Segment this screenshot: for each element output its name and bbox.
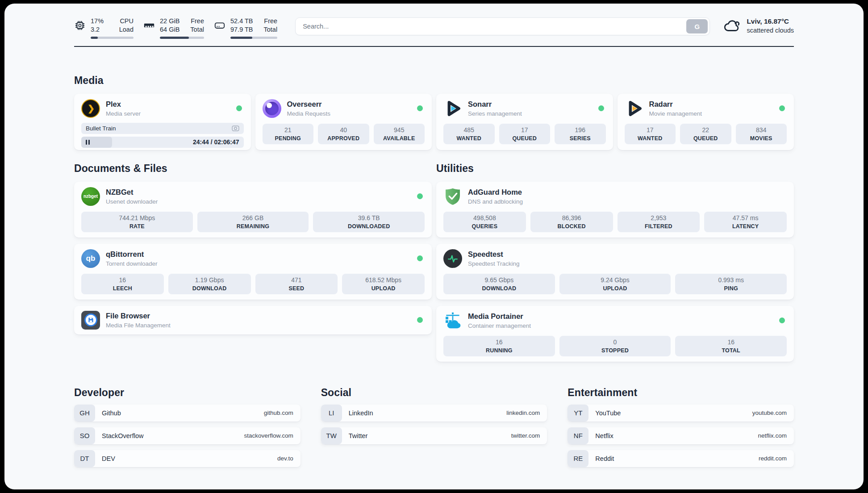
status-online-dot [779,105,785,111]
seek-bar[interactable]: 24:44 / 02:06:47 [81,137,244,148]
overseerr-icon [263,99,281,118]
app-name: Radarr [649,100,702,109]
ram-free-value: 22 GiB [160,17,179,25]
app-card-speedtest[interactable]: Speedtest Speedtest Tracking 9.65 Gbps D… [436,244,794,300]
disk-total-label: Total [264,25,278,34]
ram-stat-widget: 22 GiB 64 GiB Free Total [143,17,204,39]
ram-progress-bar [160,37,204,39]
app-name: qBittorrent [106,250,158,259]
bookmark-stackoverflow[interactable]: SO StackOverflow stackoverflow.com [74,427,300,444]
cloud-icon [723,18,741,33]
bookmark-dev[interactable]: DT DEV dev.to [74,450,300,467]
app-card-sonarr[interactable]: Sonarr Series management 485 WANTED 17 Q… [436,94,613,150]
app-name: Overseerr [287,100,331,109]
bookmark-reddit[interactable]: RE Reddit reddit.com [568,450,794,467]
app-card-adguard[interactable]: AdGuard Home DNS and adblocking 498,508 … [436,182,794,238]
stat-box-rate: 744.21 Mbps RATE [81,212,193,232]
weather-location: Lviv, 16.87°C [747,17,794,26]
stat-box-wanted: 485 WANTED [443,124,495,144]
bookmark-name: Reddit [595,455,614,462]
weather-condition: scattered clouds [747,26,794,35]
bookmark-name: LinkedIn [349,409,373,417]
bookmark-url: reddit.com [759,455,787,462]
dashboard-page: 17% 3.2 CPU Load [4,4,864,489]
stat-box-running: 16 RUNNING [443,336,555,356]
utilities-column: Utilities [436,163,794,362]
cpu-load-label: Load [119,25,134,34]
cpu-load-value: 3.2 [91,25,104,34]
disk-free-label: Free [264,17,278,25]
social-column: Social LI LinkedIn linkedin.com TW Twitt… [321,387,547,467]
status-online-dot [236,105,242,111]
bookmark-twitter[interactable]: TW Twitter twitter.com [321,427,547,444]
app-description: Container management [468,322,531,329]
section-title-social: Social [321,387,547,399]
section-title-utilities: Utilities [436,163,794,175]
search-bar[interactable]: G [295,17,710,35]
status-online-dot [417,105,423,111]
bookmark-abbr-badge: SO [74,427,95,444]
stat-box-available: 945 AVAILABLE [374,124,425,144]
section-title-developer: Developer [74,387,300,399]
weather-widget: Lviv, 16.87°C scattered clouds [723,17,794,35]
stat-box-series: 196 SERIES [555,124,606,144]
bookmark-abbr-badge: TW [321,427,342,444]
app-description: Media server [106,110,141,117]
app-card-radarr[interactable]: Radarr Movie management 17 WANTED 22 QUE… [618,94,794,150]
app-description: Speedtest Tracking [468,260,520,267]
app-card-plex[interactable]: ❯ Plex Media server Bullet Train [74,94,251,150]
bookmark-youtube[interactable]: YT YouTube youtube.com [568,405,794,422]
stat-box-wanted: 17 WANTED [625,124,676,144]
bookmark-url: github.com [264,409,293,416]
status-online-dot [598,105,604,111]
stat-box-filtered: 2,953 FILTERED [618,212,700,232]
app-card-portainer[interactable]: Media Portainer Container management 16 … [436,306,794,362]
app-card-qbittorrent[interactable]: qb qBittorrent Torrent downloader 16 LEE… [74,244,432,300]
developer-column: Developer GH Github github.com SO StackO… [74,387,300,467]
app-card-nzbget[interactable]: nzbget NZBGet Usenet downloader 744.21 M… [74,182,432,238]
search-input[interactable] [302,22,686,30]
app-card-overseerr[interactable]: Overseerr Media Requests 21 PENDING 40 A… [255,94,432,150]
ram-total-label: Total [190,25,204,34]
sonarr-icon [443,99,462,118]
stat-box-download: 9.65 Gbps DOWNLOAD [443,274,555,294]
stat-box-total: 16 TOTAL [675,336,787,356]
search-engine-button[interactable]: G [686,19,708,33]
ram-free-label: Free [190,17,204,25]
plex-icon: ❯ [81,99,100,118]
bookmark-abbr-badge: RE [568,450,588,467]
ram-total-value: 64 GiB [160,25,179,34]
app-description: Media File Management [106,322,171,329]
header: 17% 3.2 CPU Load [74,17,794,39]
app-name: Plex [106,100,141,109]
disk-icon [214,20,225,31]
app-card-filebrowser[interactable]: File Browser Media File Management [74,306,432,334]
bookmark-url: netflix.com [758,432,787,439]
speedtest-icon [443,249,462,268]
entertainment-column: Entertainment YT YouTube youtube.com NF … [568,387,794,467]
bookmark-abbr-badge: LI [321,405,342,422]
stat-box-queued: 17 QUEUED [499,124,551,144]
adguard-icon [443,187,462,206]
app-name: NZBGet [106,188,158,197]
stat-box-ping: 0.993 ms PING [675,274,787,294]
bookmark-netflix[interactable]: NF Netflix netflix.com [568,427,794,444]
bookmark-name: Netflix [595,432,613,439]
status-online-dot [417,255,423,261]
bookmark-abbr-badge: DT [74,450,95,467]
stat-box-upload: 618.52 Mbps UPLOAD [342,274,425,294]
stat-box-leech: 16 LEECH [81,274,164,294]
app-description: DNS and adblocking [468,198,523,205]
cpu-progress-bar [91,37,134,39]
status-online-dot [417,193,423,199]
stat-box-remaining: 266 GB REMAINING [197,212,309,232]
cpu-icon [74,20,86,31]
app-name: Media Portainer [468,312,531,321]
bookmark-abbr-badge: NF [568,427,588,444]
app-description: Media Requests [287,110,331,117]
bookmark-github[interactable]: GH Github github.com [74,405,300,422]
bookmark-url: stackoverflow.com [244,432,293,439]
pause-icon[interactable] [86,140,90,145]
bookmark-linkedin[interactable]: LI LinkedIn linkedin.com [321,405,547,422]
cpu-label: CPU [119,17,134,25]
